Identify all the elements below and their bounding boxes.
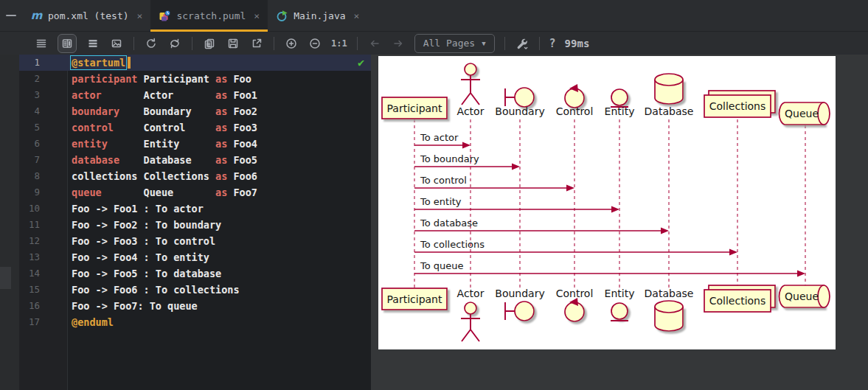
participant-Foo1-bottom[interactable]: Actor xyxy=(457,288,485,341)
export-diagram-icon[interactable] xyxy=(249,36,264,51)
code-line-9[interactable]: 9queue Queue as Foo7 xyxy=(19,184,371,201)
code-line-12[interactable]: 12Foo -> Foo3 : To control xyxy=(19,233,371,249)
participant-Foo2-top[interactable]: Boundary xyxy=(495,88,544,117)
sequence-diagram: ParticipantParticipantActorActorBoundary… xyxy=(378,56,836,349)
settings-wrench-icon[interactable] xyxy=(515,36,530,51)
line-number: 15 xyxy=(19,282,40,298)
participant-Foo4-top[interactable]: Entity xyxy=(605,89,635,117)
tab-pom-xml[interactable]: m pom.xml (test) × xyxy=(22,0,150,31)
participant-Foo3-top[interactable]: Control xyxy=(556,84,594,117)
view-image-icon[interactable] xyxy=(109,36,124,51)
zoom-in-icon[interactable] xyxy=(284,36,299,51)
ide-window: m pom.xml (test) × scratch.puml × xyxy=(0,0,868,390)
puml-toolbar: 1:1 All Pages ▼ ? 99ms xyxy=(0,32,868,55)
code-line-5[interactable]: 5control Control as Foo3 xyxy=(19,119,371,136)
participant-Foo5-bottom[interactable]: Database xyxy=(645,288,694,331)
participant-Foo1-top[interactable]: Actor xyxy=(457,63,485,117)
participant-name: Entity xyxy=(605,288,635,299)
tab-label: pom.xml (test) xyxy=(48,10,129,21)
code-line-1[interactable]: 1@startuml✔ xyxy=(19,55,371,71)
view-source-icon[interactable] xyxy=(34,36,49,51)
line-number: 3 xyxy=(19,87,40,103)
line-number: 8 xyxy=(19,168,40,184)
code-text: control Control as Foo3 xyxy=(72,119,257,136)
participant-Foo5-top[interactable]: Database xyxy=(645,74,694,117)
window-dash-icon[interactable] xyxy=(0,0,22,31)
code-text: collections Collections as Foo6 xyxy=(72,168,257,184)
tab-label: Main.java xyxy=(294,10,345,21)
prev-page-arrow-icon[interactable] xyxy=(367,36,382,51)
participant-Foo2-bottom[interactable]: Boundary xyxy=(495,288,544,321)
message-label: To actor xyxy=(420,132,459,143)
participant-Foo-top[interactable]: Participant xyxy=(382,97,447,119)
code-line-4[interactable]: 4boundary Boundary as Foo2 xyxy=(19,103,371,119)
line-number: 14 xyxy=(19,265,40,282)
participant-name: Entity xyxy=(605,105,635,117)
zoom-out-icon[interactable] xyxy=(308,36,322,51)
java-runnable-class-icon xyxy=(276,10,288,22)
message-1: To actor xyxy=(414,132,471,149)
message-3: To control xyxy=(414,175,574,192)
code-line-13[interactable]: 13Foo -> Foo4 : To entity xyxy=(19,249,371,265)
code-line-17[interactable]: 17@enduml xyxy=(19,314,371,330)
code-line-16[interactable]: 16Foo -> Foo7: To queue xyxy=(19,298,371,314)
participant-Foo7-top[interactable]: Queue xyxy=(780,102,830,125)
code-line-2[interactable]: 2participant Participant as Foo xyxy=(19,71,371,87)
code-line-14[interactable]: 14Foo -> Foo5 : To database xyxy=(19,265,371,282)
message-label: To control xyxy=(420,175,467,186)
code-text: Foo -> Foo4 : To entity xyxy=(72,249,209,265)
toolbar-separator xyxy=(539,37,540,50)
participant-Foo7-bottom[interactable]: Queue xyxy=(780,285,830,307)
tool-window-stripe xyxy=(0,55,19,390)
next-page-arrow-icon[interactable] xyxy=(391,36,406,51)
close-tab-icon[interactable]: × xyxy=(354,10,360,21)
participant-Foo6-top[interactable]: Collections xyxy=(704,91,775,117)
help-button[interactable]: ? xyxy=(549,37,556,50)
code-line-6[interactable]: 6entity Entity as Foo4 xyxy=(19,136,371,152)
zoom-reset-button[interactable]: 1:1 xyxy=(331,38,347,49)
participant-name: Queue xyxy=(785,108,819,119)
line-number: 12 xyxy=(19,233,40,249)
code-editor[interactable]: 1@startuml✔2participant Participant as F… xyxy=(19,55,371,390)
code-text: @enduml xyxy=(72,314,114,330)
code-text: participant Participant as Foo xyxy=(72,71,251,87)
participant-Foo6-bottom[interactable]: Collections xyxy=(704,285,775,312)
split-source-preview-icon[interactable] xyxy=(58,34,77,53)
code-line-11[interactable]: 11Foo -> Foo2 : To boundary xyxy=(19,217,371,233)
participant-name: Actor xyxy=(457,288,485,299)
copy-diagram-icon[interactable] xyxy=(202,36,217,51)
participant-name: Queue xyxy=(785,290,819,302)
code-line-10[interactable]: 10Foo -> Foo1 : To actor xyxy=(19,201,371,217)
line-number: 16 xyxy=(19,298,40,314)
view-preview-rows-icon[interactable] xyxy=(86,36,100,51)
message-4: To entity xyxy=(414,196,619,213)
code-line-8[interactable]: 8collections Collections as Foo6 xyxy=(19,168,371,184)
reload-icon[interactable] xyxy=(144,36,159,51)
participant-Foo3-bottom[interactable]: Control xyxy=(556,288,594,321)
maven-icon: m xyxy=(30,10,43,22)
close-tab-icon[interactable]: × xyxy=(137,10,143,21)
message-6: To collections xyxy=(414,239,737,256)
save-diagram-icon[interactable] xyxy=(226,36,240,51)
code-text: entity Entity as Foo4 xyxy=(72,136,257,152)
code-line-15[interactable]: 15Foo -> Foo6 : To collections xyxy=(19,282,371,298)
tab-main-java[interactable]: Main.java × xyxy=(268,0,367,31)
diagram-canvas[interactable]: ParticipantParticipantActorActorBoundary… xyxy=(378,56,836,349)
participant-name: Boundary xyxy=(495,105,544,117)
code-text: Foo -> Foo3 : To control xyxy=(72,233,215,249)
participant-Foo4-bottom[interactable]: Entity xyxy=(605,288,635,321)
participant-name: Control xyxy=(556,288,594,299)
participant-Foo-bottom[interactable]: Participant xyxy=(382,288,447,310)
tab-scratch-puml[interactable]: scratch.puml × xyxy=(150,0,268,31)
message-label: To database xyxy=(420,217,478,229)
code-line-7[interactable]: 7database Database as Foo5 xyxy=(19,152,371,168)
code-text: Foo -> Foo5 : To database xyxy=(72,265,221,282)
tool-window-button[interactable] xyxy=(0,267,11,289)
close-tab-icon[interactable]: × xyxy=(254,10,260,21)
participant-name: Collections xyxy=(709,295,766,307)
toolbar-separator xyxy=(133,37,134,50)
pages-dropdown[interactable]: All Pages ▼ xyxy=(414,34,495,53)
refresh-sync-icon[interactable] xyxy=(167,36,182,51)
participant-name: Participant xyxy=(387,293,442,305)
code-line-3[interactable]: 3actor Actor as Foo1 xyxy=(19,87,371,103)
